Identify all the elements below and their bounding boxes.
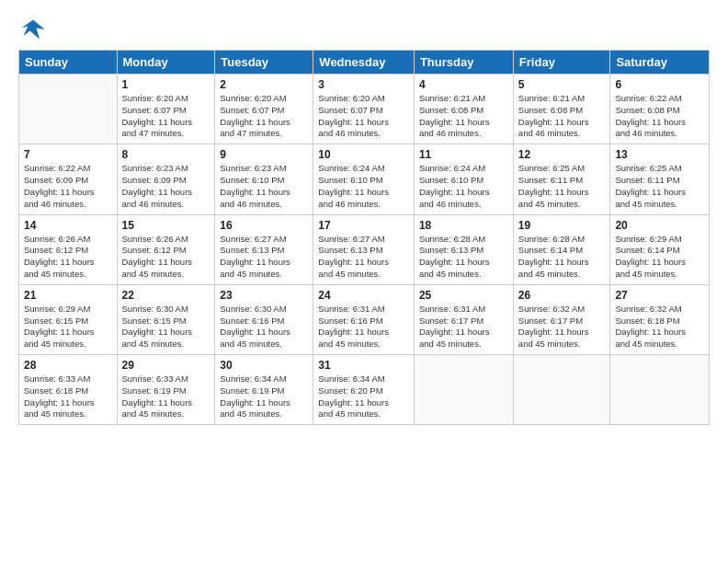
- day-number: 31: [318, 359, 409, 372]
- day-number: 21: [24, 289, 112, 302]
- day-info: Sunrise: 6:32 AMSunset: 6:18 PMDaylight:…: [615, 304, 704, 350]
- header-row: SundayMondayTuesdayWednesdayThursdayFrid…: [19, 51, 710, 75]
- svg-marker-0: [21, 20, 44, 40]
- day-info: Sunrise: 6:26 AMSunset: 6:12 PMDaylight:…: [122, 234, 210, 281]
- calendar-cell: 2Sunrise: 6:20 AMSunset: 6:07 PMDaylight…: [215, 75, 313, 144]
- day-info: Sunrise: 6:25 AMSunset: 6:11 PMDaylight:…: [615, 163, 704, 210]
- calendar-cell: 27Sunrise: 6:32 AMSunset: 6:18 PMDayligh…: [610, 284, 710, 354]
- calendar-table: SundayMondayTuesdayWednesdayThursdayFrid…: [18, 50, 710, 425]
- day-number: 19: [518, 219, 606, 232]
- day-number: 23: [220, 289, 308, 302]
- day-number: 20: [615, 219, 704, 232]
- day-info: Sunrise: 6:34 AMSunset: 6:20 PMDaylight:…: [318, 373, 409, 420]
- day-info: Sunrise: 6:33 AMSunset: 6:19 PMDaylight:…: [122, 373, 210, 420]
- day-info: Sunrise: 6:25 AMSunset: 6:11 PMDaylight:…: [518, 163, 606, 210]
- day-info: Sunrise: 6:27 AMSunset: 6:13 PMDaylight:…: [318, 234, 409, 281]
- calendar-cell: 12Sunrise: 6:25 AMSunset: 6:11 PMDayligh…: [513, 144, 610, 214]
- day-info: Sunrise: 6:29 AMSunset: 6:14 PMDaylight:…: [615, 234, 704, 281]
- calendar-cell: 31Sunrise: 6:34 AMSunset: 6:20 PMDayligh…: [313, 355, 415, 425]
- calendar-cell: 9Sunrise: 6:23 AMSunset: 6:10 PMDaylight…: [215, 144, 313, 214]
- calendar-cell: 21Sunrise: 6:29 AMSunset: 6:15 PMDayligh…: [19, 284, 118, 354]
- calendar-cell: 19Sunrise: 6:28 AMSunset: 6:14 PMDayligh…: [513, 214, 610, 284]
- day-number: 1: [122, 78, 210, 91]
- calendar-cell: 26Sunrise: 6:32 AMSunset: 6:17 PMDayligh…: [513, 284, 610, 354]
- calendar-cell: 17Sunrise: 6:27 AMSunset: 6:13 PMDayligh…: [313, 214, 415, 284]
- day-number: 27: [615, 289, 704, 302]
- day-number: 4: [419, 78, 508, 91]
- day-number: 12: [518, 148, 606, 161]
- day-number: 22: [122, 289, 210, 302]
- calendar-cell: [19, 75, 118, 144]
- calendar-cell: 16Sunrise: 6:27 AMSunset: 6:13 PMDayligh…: [215, 214, 313, 284]
- calendar-cell: 22Sunrise: 6:30 AMSunset: 6:15 PMDayligh…: [117, 284, 215, 354]
- day-number: 18: [419, 219, 508, 232]
- day-number: 11: [419, 148, 508, 161]
- day-info: Sunrise: 6:20 AMSunset: 6:07 PMDaylight:…: [220, 93, 308, 140]
- day-header-thursday: Thursday: [414, 51, 513, 75]
- day-number: 15: [122, 219, 210, 232]
- calendar-cell: 20Sunrise: 6:29 AMSunset: 6:14 PMDayligh…: [610, 214, 710, 284]
- day-info: Sunrise: 6:24 AMSunset: 6:10 PMDaylight:…: [419, 163, 508, 210]
- day-info: Sunrise: 6:22 AMSunset: 6:09 PMDaylight:…: [24, 163, 112, 210]
- day-number: 7: [24, 148, 112, 161]
- day-info: Sunrise: 6:32 AMSunset: 6:17 PMDaylight:…: [518, 304, 606, 350]
- calendar-cell: 14Sunrise: 6:26 AMSunset: 6:12 PMDayligh…: [19, 214, 118, 284]
- calendar-header: SundayMondayTuesdayWednesdayThursdayFrid…: [19, 51, 710, 75]
- day-info: Sunrise: 6:20 AMSunset: 6:07 PMDaylight:…: [318, 93, 409, 140]
- day-number: 28: [24, 359, 112, 372]
- day-info: Sunrise: 6:21 AMSunset: 6:08 PMDaylight:…: [419, 93, 508, 140]
- calendar-cell: 29Sunrise: 6:33 AMSunset: 6:19 PMDayligh…: [117, 355, 215, 425]
- day-number: 24: [318, 289, 409, 302]
- logo: [18, 17, 46, 42]
- day-number: 17: [318, 219, 409, 232]
- page-container: SundayMondayTuesdayWednesdayThursdayFrid…: [0, 0, 728, 563]
- calendar-cell: 28Sunrise: 6:33 AMSunset: 6:18 PMDayligh…: [19, 355, 118, 425]
- day-header-tuesday: Tuesday: [215, 51, 313, 75]
- logo-bird-icon: [20, 17, 46, 42]
- calendar-cell: 4Sunrise: 6:21 AMSunset: 6:08 PMDaylight…: [414, 75, 513, 144]
- header: [18, 17, 710, 42]
- calendar-cell: 5Sunrise: 6:21 AMSunset: 6:08 PMDaylight…: [513, 75, 610, 144]
- calendar-cell: 3Sunrise: 6:20 AMSunset: 6:07 PMDaylight…: [313, 75, 415, 144]
- day-info: Sunrise: 6:21 AMSunset: 6:08 PMDaylight:…: [518, 93, 606, 140]
- day-info: Sunrise: 6:23 AMSunset: 6:10 PMDaylight:…: [220, 163, 308, 210]
- week-row-5: 28Sunrise: 6:33 AMSunset: 6:18 PMDayligh…: [19, 355, 710, 425]
- day-info: Sunrise: 6:31 AMSunset: 6:16 PMDaylight:…: [318, 304, 409, 350]
- calendar-body: 1Sunrise: 6:20 AMSunset: 6:07 PMDaylight…: [19, 75, 710, 425]
- calendar-cell: 24Sunrise: 6:31 AMSunset: 6:16 PMDayligh…: [313, 284, 415, 354]
- day-header-wednesday: Wednesday: [313, 51, 415, 75]
- calendar-cell: 18Sunrise: 6:28 AMSunset: 6:13 PMDayligh…: [414, 214, 513, 284]
- day-info: Sunrise: 6:30 AMSunset: 6:15 PMDaylight:…: [122, 304, 210, 350]
- day-number: 10: [318, 148, 409, 161]
- day-info: Sunrise: 6:28 AMSunset: 6:13 PMDaylight:…: [419, 234, 508, 281]
- calendar-cell: 11Sunrise: 6:24 AMSunset: 6:10 PMDayligh…: [414, 144, 513, 214]
- day-number: 30: [220, 359, 308, 372]
- day-info: Sunrise: 6:31 AMSunset: 6:17 PMDaylight:…: [419, 304, 508, 350]
- calendar-cell: 25Sunrise: 6:31 AMSunset: 6:17 PMDayligh…: [414, 284, 513, 354]
- day-number: 14: [24, 219, 112, 232]
- day-header-sunday: Sunday: [19, 51, 118, 75]
- day-number: 26: [518, 289, 606, 302]
- day-info: Sunrise: 6:33 AMSunset: 6:18 PMDaylight:…: [24, 373, 112, 420]
- day-info: Sunrise: 6:23 AMSunset: 6:09 PMDaylight:…: [122, 163, 210, 210]
- day-info: Sunrise: 6:26 AMSunset: 6:12 PMDaylight:…: [24, 234, 112, 281]
- week-row-4: 21Sunrise: 6:29 AMSunset: 6:15 PMDayligh…: [19, 284, 710, 354]
- day-number: 5: [518, 78, 606, 91]
- calendar-cell: 23Sunrise: 6:30 AMSunset: 6:16 PMDayligh…: [215, 284, 313, 354]
- calendar-cell: 6Sunrise: 6:22 AMSunset: 6:08 PMDaylight…: [610, 75, 710, 144]
- day-number: 8: [122, 148, 210, 161]
- day-number: 13: [615, 148, 704, 161]
- day-number: 9: [220, 148, 308, 161]
- calendar-cell: [513, 355, 610, 425]
- calendar-cell: 1Sunrise: 6:20 AMSunset: 6:07 PMDaylight…: [117, 75, 215, 144]
- calendar-cell: [414, 355, 513, 425]
- calendar-cell: [610, 355, 710, 425]
- day-info: Sunrise: 6:24 AMSunset: 6:10 PMDaylight:…: [318, 163, 409, 210]
- calendar-cell: 10Sunrise: 6:24 AMSunset: 6:10 PMDayligh…: [313, 144, 415, 214]
- day-number: 25: [419, 289, 508, 302]
- day-number: 2: [220, 78, 308, 91]
- day-number: 16: [220, 219, 308, 232]
- day-header-monday: Monday: [117, 51, 215, 75]
- day-info: Sunrise: 6:30 AMSunset: 6:16 PMDaylight:…: [220, 304, 308, 350]
- calendar-cell: 30Sunrise: 6:34 AMSunset: 6:19 PMDayligh…: [215, 355, 313, 425]
